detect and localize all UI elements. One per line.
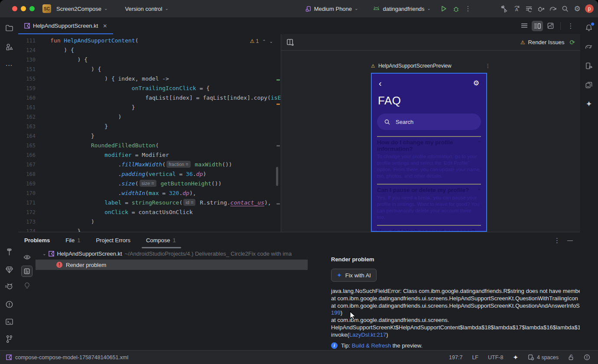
caret-position-widget[interactable]: 197:7 (449, 354, 462, 361)
faq-divider (377, 184, 481, 185)
debug-button[interactable] (450, 3, 462, 15)
more-actions-kebab[interactable]: ⋮ (462, 3, 474, 15)
search-everywhere-icon[interactable] (559, 3, 571, 15)
close-window-button[interactable] (12, 6, 17, 11)
error-icon: ! (56, 262, 62, 268)
inlay-hint: id = (183, 199, 195, 206)
code-view-button[interactable] (519, 21, 530, 31)
encoding-widget[interactable]: UTF-8 (488, 354, 503, 361)
vcs-widget[interactable]: Version control ⌄ (121, 4, 172, 14)
preview-name-row: ⚠ HelpAndSupportScreenPreview ⋮ (371, 63, 491, 69)
line-number: 172 (18, 208, 50, 217)
device-manager-icon[interactable] (583, 60, 595, 72)
gradle-sync-icon[interactable] (547, 3, 559, 15)
ai-assistant-icon[interactable]: ✦ (513, 354, 518, 361)
line-number: 162 (18, 112, 50, 122)
code-line: 159 onTrailingIconClick = { (18, 84, 281, 93)
user-avatar[interactable]: p (585, 4, 594, 13)
build-run-icon[interactable] (498, 3, 510, 15)
settings-gear-icon: ⚙ (473, 79, 479, 87)
editor-scrollbar-thumb[interactable] (276, 167, 278, 186)
version-control-tool-icon[interactable] (3, 333, 15, 345)
preview-layout-icon[interactable] (286, 39, 294, 46)
search-icon (384, 119, 390, 125)
code-inspection-icon[interactable]: A (510, 3, 523, 15)
hide-panel-icon[interactable]: — (567, 237, 573, 244)
running-devices-icon[interactable] (583, 79, 595, 91)
problems-options-kebab[interactable]: ⋮ (554, 237, 560, 244)
statusbar-file-widget[interactable]: compose-compose-model-1758748140651.xml (6, 354, 128, 361)
lock-icon[interactable] (568, 354, 574, 361)
device-selector[interactable]: Medium Phone ⌄ (302, 4, 362, 14)
code-line: 165 RoundedFilledButton( (18, 141, 281, 150)
refresh-preview-icon[interactable]: ⟳ (569, 39, 575, 46)
tree-problem-row-selected[interactable]: ! Render problem (36, 260, 308, 270)
gradle-tool-icon[interactable] (583, 41, 595, 53)
run-button[interactable] (438, 3, 450, 15)
line-number: 124 (18, 46, 50, 55)
code-line: 174 } (18, 227, 281, 232)
editor-options-kebab[interactable]: ⋮ (565, 21, 576, 31)
notifications-bell-icon[interactable] (583, 22, 595, 34)
tip-suffix: the preview. (391, 342, 422, 349)
stack-trace-link[interactable]: 199 (331, 309, 341, 316)
code-line: 151 ) { (18, 65, 281, 74)
tab-compose-label: Compose (146, 232, 170, 248)
app-quality-insights-icon[interactable] (3, 263, 15, 276)
right-tool-stripe: ✦ (579, 17, 598, 350)
tab-file[interactable]: File 1 (65, 232, 80, 248)
faq-answer: To change your profile information, go t… (377, 153, 481, 179)
line-number: 169 (18, 179, 50, 188)
design-view-button[interactable] (545, 21, 556, 31)
split-view-button[interactable] (532, 21, 543, 31)
render-issues-button[interactable]: ⚠ Render Issues (520, 39, 565, 46)
editor-tab[interactable]: HelpAndSupportScreen.kt ✕ (18, 17, 113, 34)
line-number: 174 (18, 227, 50, 232)
indent-label: 4 spaces (537, 354, 559, 361)
inspections-widget[interactable]: ⚠ 1 ⌃ ⌄ (248, 37, 275, 45)
tab-project-errors[interactable]: Project Errors (96, 232, 130, 248)
logcat-tool-icon[interactable] (3, 281, 15, 293)
run-configuration-selector[interactable]: datingandfriends ⌄ (369, 4, 434, 14)
terminal-tool-icon[interactable] (3, 315, 15, 328)
resource-manager-icon[interactable] (3, 41, 15, 53)
problems-tool-icon[interactable] (3, 298, 15, 310)
chevron-down-icon[interactable]: ⌄ (42, 251, 46, 256)
settings-gear-icon[interactable]: ⚙ (571, 3, 583, 15)
build-tool-icon[interactable] (3, 246, 15, 258)
attach-debugger-icon[interactable] (535, 3, 547, 15)
next-problem-icon[interactable]: ⌄ (270, 39, 273, 44)
svg-text:A: A (515, 7, 518, 12)
phone-preview-frame[interactable]: ‹ ⚙ FAQ Search How do I change my profil… (371, 73, 487, 232)
gemini-ai-icon[interactable]: ✦ (583, 98, 595, 110)
preview-eye-icon[interactable] (22, 252, 32, 262)
tab-compose[interactable]: Compose 1 (146, 232, 176, 248)
fix-with-ai-button[interactable]: ✦ Fix with AI (331, 269, 377, 282)
quickfix-bulb-icon[interactable] (22, 280, 32, 291)
tree-file-path: ~/AndroidStudioProjects/4.) Deliverables… (125, 250, 292, 257)
faq-question: Can I pause or delete my profile?⌃ (377, 187, 481, 193)
more-tool-windows-icon[interactable]: ⋯ (3, 59, 15, 71)
editor-stripe-mark-gray (276, 145, 280, 146)
build-refresh-link[interactable]: Build & Refresh (352, 342, 391, 349)
stack-trace-line: java.lang.NoSuchFieldError: Class com.ib… (331, 288, 580, 295)
zoom-window-button[interactable] (29, 6, 35, 11)
close-tab-icon[interactable]: ✕ (103, 23, 107, 29)
error-analysis-icon[interactable] (584, 354, 590, 361)
problems-tree: ⌄ HelpAndSupportScreen.kt ~/AndroidStudi… (36, 248, 308, 351)
vcs-label: Version control (125, 6, 162, 12)
tab-file-label: File (65, 232, 75, 248)
stack-trace-link[interactable]: LazyDsl.kt:217 (349, 332, 386, 338)
indent-widget[interactable]: 4 spaces (528, 354, 559, 361)
preview-options-kebab[interactable]: ⋮ (485, 63, 491, 69)
device-selector-label: Medium Phone (314, 6, 352, 12)
code-editor[interactable]: 111fun HelpAndSupportContent(124 ) {130 … (18, 34, 281, 232)
line-ending-widget[interactable]: LF (472, 354, 478, 361)
tree-file-row[interactable]: ⌄ HelpAndSupportScreen.kt ~/AndroidStudi… (36, 248, 308, 259)
show-details-toggle[interactable] (21, 266, 32, 277)
todo-list-icon[interactable] (523, 3, 535, 15)
project-tool-icon[interactable] (3, 22, 15, 34)
minimize-window-button[interactable] (21, 6, 26, 11)
project-widget[interactable]: Screen2Compose ⌄ (53, 4, 111, 14)
prev-problem-icon[interactable]: ⌃ (262, 39, 266, 44)
